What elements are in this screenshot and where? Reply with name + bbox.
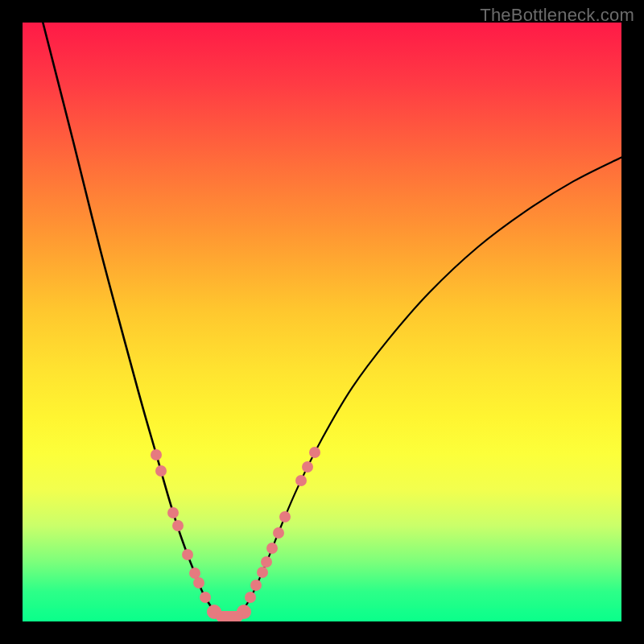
left-marker (182, 549, 193, 560)
plot-area (23, 23, 621, 621)
right-marker (257, 567, 268, 578)
chart-stage: TheBottleneck.com (0, 0, 644, 644)
right-marker (295, 475, 307, 486)
left-marker (172, 520, 184, 531)
curve-layer (23, 23, 621, 621)
right-marker (261, 556, 272, 568)
left-marker (155, 465, 167, 477)
right-marker (279, 511, 291, 522)
left-marker (151, 449, 162, 460)
right-marker (273, 527, 284, 539)
right-marker (266, 543, 278, 554)
left-marker (167, 507, 179, 518)
left-branch-path (43, 23, 220, 616)
right-branch-path (238, 157, 621, 615)
floor-bar (216, 611, 243, 621)
watermark-text: TheBottleneck.com (480, 5, 634, 26)
